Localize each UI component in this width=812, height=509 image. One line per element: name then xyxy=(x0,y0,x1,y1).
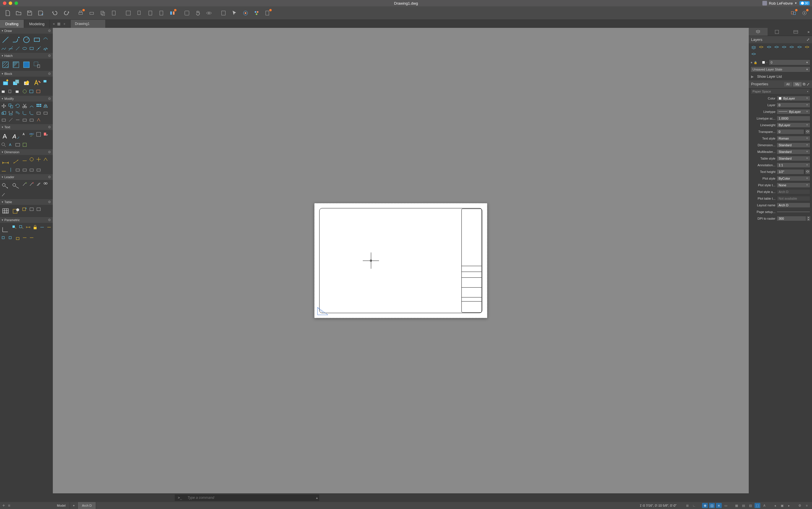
block-tool-7[interactable] xyxy=(35,88,42,95)
param-tool-3[interactable] xyxy=(25,224,31,230)
define-attr-tool[interactable] xyxy=(32,78,42,88)
palette-header-draw[interactable]: ▾Draw⚙ xyxy=(0,28,53,34)
dim-tool-6[interactable] xyxy=(7,167,14,173)
linear-dim-tool[interactable] xyxy=(1,156,10,166)
sheetset-button[interactable] xyxy=(264,9,271,16)
modify-7[interactable] xyxy=(28,117,35,123)
gear-icon[interactable]: ⚙ xyxy=(48,125,51,129)
property-value[interactable]: 300 xyxy=(777,216,806,221)
nav-next-icon[interactable]: ▸ xyxy=(786,503,792,508)
paste-button[interactable] xyxy=(110,9,117,16)
param-tool-6[interactable] xyxy=(46,224,52,230)
property-value[interactable]: None▼ xyxy=(777,182,810,188)
palette-header-hatch[interactable]: ▾Hatch⚙ xyxy=(0,53,53,59)
helix-tool[interactable] xyxy=(42,45,49,52)
property-value[interactable]: ByLayer▼ xyxy=(777,109,810,114)
ortho-toggle[interactable]: ∟ xyxy=(691,503,697,508)
block-tool-3[interactable] xyxy=(7,88,14,95)
layer-uniso-icon[interactable] xyxy=(805,45,810,50)
palette-header-dimension[interactable]: ▾Dimension⚙ xyxy=(0,149,53,155)
gear-icon[interactable]: ⚙ xyxy=(48,97,51,101)
solid-fill-tool[interactable] xyxy=(22,60,31,70)
property-extra-button[interactable] xyxy=(805,129,810,134)
gear-icon[interactable]: ⚙ xyxy=(48,200,51,204)
boundary-tool[interactable] xyxy=(32,60,42,70)
tablet-button[interactable] xyxy=(183,9,191,16)
leader-remove-tool[interactable]: × xyxy=(28,181,35,188)
property-value[interactable]: ByColor▼ xyxy=(777,176,810,181)
layer-off-icon[interactable] xyxy=(758,45,764,50)
props-all-tab[interactable]: All xyxy=(784,82,792,87)
fillet-tool[interactable] xyxy=(22,110,28,116)
command-input[interactable] xyxy=(185,495,314,501)
gear-icon[interactable]: ⚙ xyxy=(48,54,51,58)
annotation-toggle[interactable]: A xyxy=(762,503,767,508)
download-link-tool[interactable] xyxy=(22,206,28,212)
new-file-button[interactable] xyxy=(4,9,11,16)
property-value[interactable]: 0▼ xyxy=(777,102,810,108)
circle-tool[interactable] xyxy=(22,35,31,45)
property-value[interactable]: Arch D xyxy=(777,203,810,208)
edit-block-tool[interactable] xyxy=(22,78,31,88)
ray-tool[interactable] xyxy=(14,45,21,52)
orbit-button[interactable] xyxy=(205,9,212,16)
copy-clip-button[interactable] xyxy=(136,9,143,16)
block-tool-2[interactable] xyxy=(1,88,7,95)
layer-iso-icon[interactable] xyxy=(797,45,802,50)
property-extra-button[interactable] xyxy=(805,169,810,174)
param-tool-7[interactable] xyxy=(1,235,7,241)
field-tool[interactable] xyxy=(14,142,21,148)
copy-button[interactable] xyxy=(99,9,106,16)
save-as-button[interactable] xyxy=(37,9,44,16)
lock-constraint-tool[interactable] xyxy=(32,224,38,230)
lwt-toggle[interactable]: ▤ xyxy=(741,503,746,508)
window-zoom-icon[interactable] xyxy=(14,1,18,5)
text-tool-8[interactable] xyxy=(22,142,28,148)
osnap-toggle[interactable]: ◫ xyxy=(709,503,715,508)
workspace-switch-icon[interactable]: ⚙ xyxy=(797,503,803,508)
xline-tool[interactable] xyxy=(7,45,14,52)
color-swatch-icon[interactable] xyxy=(762,61,765,64)
rotate-tool[interactable] xyxy=(14,103,21,109)
property-value[interactable]: 1:1▼ xyxy=(777,163,810,168)
table-tool[interactable] xyxy=(1,206,10,216)
gradient-tool[interactable] xyxy=(11,60,21,70)
dim-tool-10[interactable] xyxy=(35,167,42,173)
gear-icon[interactable]: ⚙ xyxy=(48,29,51,33)
arc-tool[interactable] xyxy=(42,35,49,41)
text-tool-4[interactable]: F xyxy=(42,131,49,138)
modify-6[interactable] xyxy=(22,117,28,123)
text-tool-1[interactable]: A xyxy=(22,131,28,138)
data-link-tool[interactable] xyxy=(11,206,21,216)
table-style-tool[interactable] xyxy=(35,206,42,212)
current-layer-select[interactable]: 0▼ xyxy=(769,60,810,65)
options-button[interactable] xyxy=(801,9,808,16)
user-menu[interactable]: Rob LeFebvre ▼ xyxy=(763,1,797,5)
leader-collect-tool[interactable] xyxy=(42,181,49,188)
show-layer-list-button[interactable]: Show Layer List xyxy=(757,75,782,79)
more-panels-icon[interactable]: » xyxy=(805,28,812,36)
modify-2[interactable] xyxy=(42,110,49,116)
xref-button[interactable] xyxy=(790,9,797,16)
palette-header-leader[interactable]: ▾Leader⚙ xyxy=(0,174,53,180)
property-value[interactable]: 1.0000 xyxy=(777,116,810,121)
layer-unlock-icon[interactable] xyxy=(789,45,794,50)
cut-clip-button[interactable] xyxy=(125,9,132,16)
drawing-canvas[interactable] xyxy=(53,28,749,493)
layer-thaw-icon[interactable] xyxy=(774,45,779,50)
palette-header-text[interactable]: ▾Text⚙ xyxy=(0,124,53,130)
dim-tool-3[interactable] xyxy=(35,156,42,163)
gear-icon[interactable]: ⚙ xyxy=(48,72,51,76)
properties-tab-icon[interactable] xyxy=(768,28,786,36)
insert-block-tool[interactable] xyxy=(1,78,10,88)
layer-match-icon[interactable] xyxy=(751,52,756,57)
dim-tool-9[interactable] xyxy=(28,167,35,173)
panel-menu-icon[interactable]: ≡ xyxy=(8,503,10,508)
pan-button[interactable] xyxy=(195,9,201,16)
aligned-dim-tool[interactable] xyxy=(11,156,21,166)
grid-toggle[interactable]: ▦ xyxy=(734,503,739,508)
transparency-toggle[interactable]: ▨ xyxy=(748,503,753,508)
trim-tool[interactable] xyxy=(22,103,28,109)
dyn-toggle[interactable]: ▭ xyxy=(723,503,729,508)
modify-5[interactable] xyxy=(14,117,21,123)
